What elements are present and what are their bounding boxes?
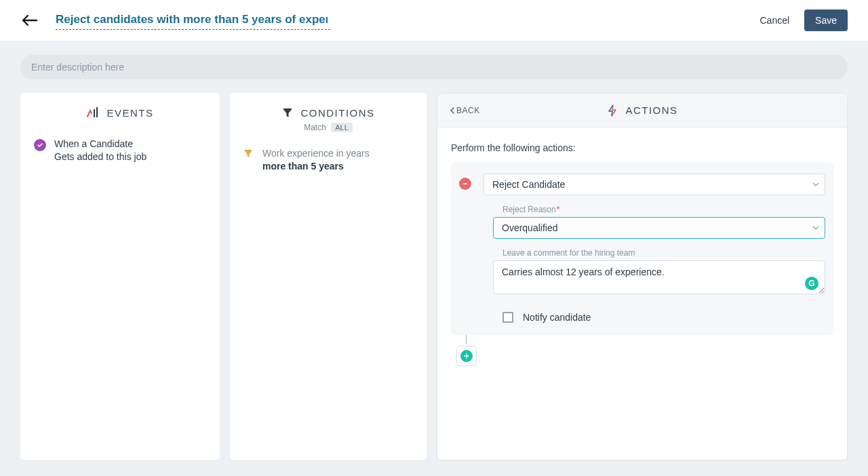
chevron-down-icon xyxy=(812,182,819,187)
condition-item[interactable]: Work experience in years more than 5 yea… xyxy=(243,147,413,177)
reject-reason-label: Reject Reason* xyxy=(502,205,825,214)
arrow-left-icon xyxy=(21,14,39,27)
match-label: Match xyxy=(304,123,326,132)
conditions-panel: CONDITIONS Match ALL Work experience in … xyxy=(230,93,427,460)
events-title: EVENTS xyxy=(106,107,153,119)
event-line2: Gets added to this job xyxy=(54,151,146,162)
event-item[interactable]: When a Candidate Gets added to this job xyxy=(34,134,206,167)
save-button[interactable]: Save xyxy=(804,9,848,31)
actions-header: BACK ACTIONS xyxy=(437,94,847,127)
condition-label: Work experience in years xyxy=(262,148,370,159)
comment-label: Leave a comment for the hiring team xyxy=(502,248,825,258)
remove-action-button[interactable] xyxy=(459,178,471,190)
check-icon xyxy=(34,139,46,151)
funnel-icon xyxy=(281,106,294,119)
grammarly-icon[interactable]: G xyxy=(805,277,818,290)
action-type-select[interactable]: Reject Candidate xyxy=(484,174,825,195)
reject-reason-select[interactable]: Overqualified xyxy=(493,217,825,239)
match-mode-badge[interactable]: ALL xyxy=(331,123,353,132)
main-content: EVENTS When a Candidate Gets added to th… xyxy=(0,41,868,476)
conditions-title: CONDITIONS xyxy=(300,107,374,119)
comment-textarea[interactable] xyxy=(493,260,825,294)
chevron-left-icon xyxy=(450,107,455,114)
condition-text: Work experience in years more than 5 yea… xyxy=(262,147,370,173)
plus-icon xyxy=(460,350,473,362)
action-card: Reject Candidate Reject Reason* Overqual… xyxy=(451,163,833,335)
conditions-header: CONDITIONS Match ALL xyxy=(230,93,427,139)
page-header: Cancel Save xyxy=(0,0,868,41)
events-header: EVENTS xyxy=(20,93,220,125)
actions-back-button[interactable]: BACK xyxy=(450,106,480,115)
reject-reason-value: Overqualified xyxy=(502,222,558,233)
back-label: BACK xyxy=(456,106,480,115)
events-icon xyxy=(86,106,100,119)
event-line1: When a Candidate xyxy=(54,138,133,149)
actions-panel: BACK ACTIONS Perform the following actio… xyxy=(437,93,848,460)
description-input[interactable] xyxy=(20,55,848,79)
actions-intro: Perform the following actions: xyxy=(451,142,833,153)
notify-label: Notify candidate xyxy=(523,312,591,323)
svg-rect-2 xyxy=(463,183,467,184)
rule-title-input[interactable] xyxy=(56,12,330,30)
rule-title-wrap xyxy=(56,12,330,30)
funnel-mini-icon xyxy=(243,148,253,158)
chevron-down-icon xyxy=(812,225,819,231)
notify-checkbox[interactable] xyxy=(502,312,513,323)
lightning-icon xyxy=(606,104,618,117)
cancel-button[interactable]: Cancel xyxy=(760,15,789,26)
minus-icon xyxy=(462,180,469,187)
actions-title: ACTIONS xyxy=(625,104,677,116)
match-row: Match ALL xyxy=(304,123,353,132)
condition-value: more than 5 years xyxy=(262,161,344,172)
events-panel: EVENTS When a Candidate Gets added to th… xyxy=(20,93,220,460)
add-action-button[interactable] xyxy=(456,346,477,366)
event-text: When a Candidate Gets added to this job xyxy=(54,138,146,163)
back-arrow-button[interactable] xyxy=(20,11,39,30)
add-action-connector xyxy=(456,335,833,366)
svg-rect-1 xyxy=(96,107,98,117)
action-type-value: Reject Candidate xyxy=(492,179,565,190)
columns: EVENTS When a Candidate Gets added to th… xyxy=(20,93,848,460)
svg-rect-0 xyxy=(94,109,95,117)
